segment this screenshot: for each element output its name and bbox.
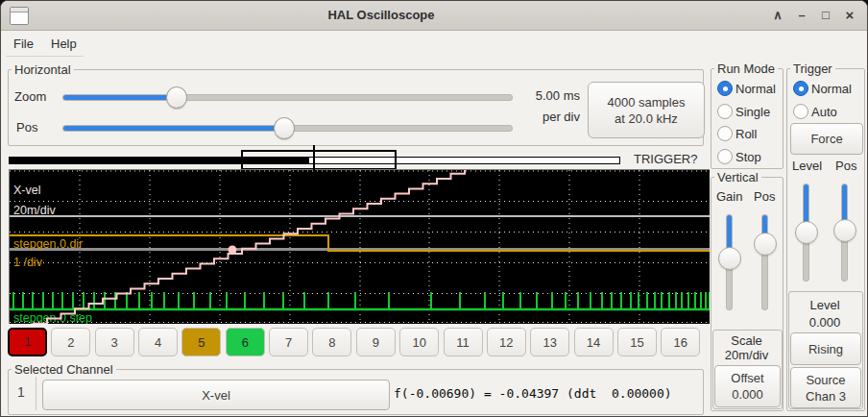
channel-button-4[interactable]: 4 — [138, 328, 178, 356]
horizontal-pos-slider-fill — [63, 126, 284, 131]
zoom-slider-handle[interactable] — [166, 86, 187, 109]
trigger-mode-option-auto[interactable]: Auto — [793, 104, 855, 119]
selected-channel-separator — [36, 377, 36, 410]
run-mode-option-stop[interactable]: Stop — [717, 149, 779, 164]
menubar-underline — [6, 56, 84, 57]
close-button[interactable]: × — [839, 5, 860, 26]
zoom-slider-fill — [63, 95, 177, 100]
run-mode-option-normal[interactable]: Normal — [717, 81, 779, 96]
scale-label: Scale — [712, 333, 781, 348]
time-per-div-value: 5.00 ms — [524, 88, 580, 103]
channel-button-14[interactable]: 14 — [574, 328, 614, 356]
selected-channel-name: X-vel — [202, 387, 230, 404]
trigger-mode-radio-auto[interactable] — [793, 104, 808, 119]
offset-label: Offset — [731, 370, 763, 386]
trigger-source-value: Chan 3 — [806, 388, 846, 405]
selected-channel-name-button[interactable]: X-vel — [42, 380, 390, 410]
trigger-mode-label-auto: Auto — [811, 105, 837, 119]
channel5-scale-label: 1 /div — [13, 256, 43, 269]
menu-file[interactable]: File — [13, 37, 34, 51]
record-view-window[interactable] — [241, 150, 397, 170]
horizontal-pos-slider-handle[interactable] — [274, 117, 295, 139]
gain-slider[interactable] — [718, 214, 739, 310]
trigger-position-marker[interactable] — [313, 145, 315, 175]
force-button[interactable]: Force — [790, 123, 863, 155]
channel-value-readout: f(-0.00690) = -0.04397 (ddt 0.00000) — [394, 386, 672, 401]
channel6-name-label: stepgen.0.step — [13, 311, 92, 324]
channel-button-15[interactable]: 15 — [617, 328, 657, 356]
shade-button[interactable]: ∧ — [767, 5, 788, 26]
trigger-level-value: 0.000 — [788, 315, 861, 330]
sample-count: 4000 samples — [608, 94, 686, 110]
trigger-edge-button[interactable]: Rising — [790, 332, 861, 365]
channel-button-5[interactable]: 5 — [181, 328, 221, 356]
run-mode-radio-roll[interactable] — [717, 126, 733, 141]
vertical-panel-label: Vertical — [714, 170, 761, 184]
run-mode-panel-label: Run Mode — [714, 61, 778, 76]
channel-button-16[interactable]: 16 — [661, 328, 700, 356]
channel-button-3[interactable]: 3 — [95, 328, 134, 356]
trigger-pos-slider[interactable] — [833, 184, 855, 282]
offset-value: 0.000 — [732, 386, 763, 403]
run-mode-radio-normal[interactable] — [717, 81, 733, 96]
horizontal-pos-slider[interactable] — [62, 117, 513, 137]
sample-rate: at 20.0 kHz — [615, 110, 678, 127]
vertical-pos-slider-track[interactable] — [761, 214, 768, 310]
offset-button[interactable]: Offset 0.000 — [714, 365, 781, 407]
run-mode-label-normal: Normal — [735, 82, 776, 96]
pos-slider-label: Pos — [16, 120, 37, 135]
zoom-slider-track[interactable] — [62, 94, 513, 101]
channel1-scale-label: 20m/div — [13, 204, 57, 217]
channel-button-9[interactable]: 9 — [356, 328, 396, 356]
minimize-button[interactable]: – — [791, 5, 812, 26]
channel-button-11[interactable]: 11 — [444, 328, 483, 356]
run-mode-label-single: Single — [735, 105, 770, 119]
trigger-status-label: TRIGGER? — [634, 152, 697, 166]
titlebar: HAL Oscilloscope ∧ – □ × — [1, 1, 867, 31]
run-mode-radio-stop[interactable] — [717, 149, 733, 164]
zoom-slider[interactable] — [62, 86, 513, 107]
run-mode-option-roll[interactable]: Roll — [717, 126, 779, 141]
channel-button-6[interactable]: 6 — [226, 328, 265, 356]
channel-button-8[interactable]: 8 — [312, 328, 351, 356]
trigger-pos-slider-handle[interactable] — [833, 219, 856, 242]
menu-help[interactable]: Help — [51, 37, 77, 51]
run-mode-option-single[interactable]: Single — [717, 104, 779, 119]
trigger-pos-slider-label: Pos — [835, 159, 856, 173]
force-label: Force — [810, 131, 842, 147]
channel-button-13[interactable]: 13 — [530, 328, 569, 356]
run-mode-panel: Run Mode NormalSingleRollStop — [711, 68, 784, 169]
selected-channel-panel-label: Selected Channel — [12, 362, 116, 377]
channel-button-10[interactable]: 10 — [399, 328, 439, 356]
channel-button-2[interactable]: 2 — [51, 328, 90, 356]
trigger-edge-label: Rising — [808, 341, 843, 357]
trigger-mode-radio-normal[interactable] — [793, 81, 808, 96]
trigger-level-slider-handle[interactable] — [795, 221, 818, 244]
app-window: HAL Oscilloscope ∧ – □ × File Help Horiz… — [0, 0, 868, 417]
vertical-pos-slider-handle[interactable] — [754, 233, 777, 256]
menubar: File Help — [1, 31, 867, 57]
trigger-level-value-label: Level — [788, 298, 861, 312]
vertical-pos-slider-label: Pos — [754, 189, 775, 204]
channel-button-7[interactable]: 7 — [269, 328, 308, 356]
run-mode-radio-single[interactable] — [717, 104, 733, 119]
horizontal-panel-label: Horizontal — [12, 62, 74, 77]
run-mode-label-roll: Roll — [735, 127, 757, 141]
channel-button-12[interactable]: 12 — [487, 328, 526, 356]
gain-slider-handle[interactable] — [718, 247, 741, 270]
channel1-name-label: X-vel — [13, 184, 40, 197]
maximize-button[interactable]: □ — [815, 5, 836, 26]
trigger-level-slider[interactable] — [795, 184, 816, 282]
channel5-name-label: stepgen.0.dir — [13, 237, 83, 251]
trigger-panel-label: Trigger — [790, 61, 835, 76]
trigger-level-slider-label: Level — [792, 159, 822, 173]
sample-rate-button[interactable]: 4000 samples at 20.0 kHz — [588, 82, 705, 138]
trigger-source-label: Source — [806, 372, 845, 388]
channel-button-1[interactable]: 1 — [8, 328, 47, 356]
run-mode-label-stop: Stop — [735, 150, 761, 164]
trigger-source-button[interactable]: Source Chan 3 — [790, 367, 861, 408]
vertical-pos-slider[interactable] — [754, 214, 775, 310]
trigger-mode-label-normal: Normal — [811, 82, 852, 96]
scope-display[interactable]: X-vel 20m/div stepgen.0.dir 1 /div stepg… — [9, 169, 710, 324]
trigger-mode-option-normal[interactable]: Normal — [793, 81, 855, 96]
